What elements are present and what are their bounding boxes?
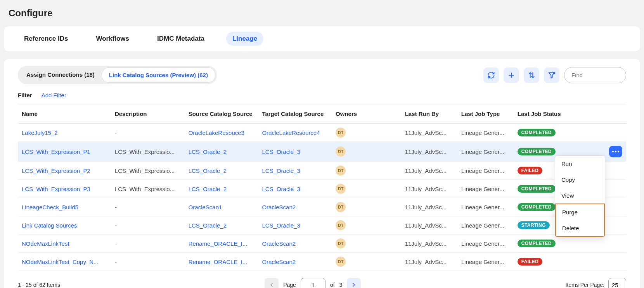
tab-reference-ids[interactable]: Reference IDs — [18, 32, 74, 46]
row-description: - — [111, 253, 185, 271]
filter-icon[interactable] — [544, 67, 559, 83]
owner-avatar: DT — [336, 184, 346, 194]
row-source-link[interactable]: LCS_Oracle_2 — [189, 148, 227, 155]
row-last-run-by: 11July_AdvSc... — [401, 162, 457, 180]
filter-label: Filter — [18, 92, 32, 98]
owner-avatar: DT — [336, 257, 346, 267]
row-actions-button[interactable] — [609, 146, 622, 157]
tab-idmc-metadata[interactable]: IDMC Metadata — [151, 32, 211, 46]
row-name-link[interactable]: LakeJuly15_2 — [22, 129, 58, 136]
owner-avatar: DT — [336, 238, 346, 248]
owner-avatar: DT — [336, 166, 346, 176]
items-per-page-select[interactable] — [608, 278, 626, 288]
of-label: of — [330, 282, 335, 288]
subtab-link-catalog-sources[interactable]: Link Catalog Sources (Preview) (62) — [102, 67, 215, 83]
row-target-link[interactable]: LCS_Oracle_3 — [262, 167, 300, 174]
prev-page-button[interactable] — [265, 278, 279, 288]
table-row[interactable]: NOdeMaxLinkTest-Rename_ORACLE_I...Oracle… — [18, 235, 626, 253]
owner-avatar: DT — [336, 220, 346, 230]
row-name-link[interactable]: LineageCheck_Build5 — [22, 204, 78, 210]
row-source-link[interactable]: Rename_ORACLE_I... — [189, 240, 248, 247]
total-pages: 3 — [339, 282, 343, 288]
row-source-link[interactable]: Rename_ORACLE_I... — [189, 259, 248, 265]
sort-icon[interactable] — [524, 67, 539, 83]
refresh-icon[interactable] — [483, 67, 499, 83]
row-source-link[interactable]: OracleLakeResouce3 — [189, 129, 244, 136]
col-source[interactable]: Source Catalog Source — [185, 104, 258, 124]
table-row[interactable]: NOdeMaxLinkTest_Copy_N...-Rename_ORACLE_… — [18, 253, 626, 271]
data-table-wrap: Name Description Source Catalog Source T… — [18, 104, 626, 271]
next-page-button[interactable] — [347, 278, 361, 288]
menu-view[interactable]: View — [555, 188, 605, 203]
main-panel: Assign Connections (18) Link Catalog Sou… — [4, 59, 640, 288]
pager-summary: 1 - 25 of 62 Items — [18, 282, 60, 288]
status-badge: STARTING — [518, 221, 550, 229]
col-owners[interactable]: Owners — [332, 104, 401, 124]
row-name-link[interactable]: LCS_With_Expression_P2 — [22, 167, 90, 174]
menu-run[interactable]: Run — [555, 156, 605, 172]
row-target-link[interactable]: LCS_Oracle_3 — [262, 186, 300, 192]
row-name-link[interactable]: NOdeMaxLinkTest_Copy_N... — [22, 259, 99, 265]
menu-delete[interactable]: Delete — [556, 220, 604, 236]
row-description: - — [111, 124, 185, 142]
row-target-link[interactable]: OracleScan2 — [262, 204, 296, 210]
row-source-link[interactable]: LCS_Oracle_2 — [189, 222, 227, 229]
row-context-menu: Run Copy View Purge Delete — [555, 155, 605, 237]
row-target-link[interactable]: LCS_Oracle_3 — [262, 148, 300, 155]
row-last-run-by: 11July_AdvSc... — [401, 124, 457, 142]
col-last-job-type[interactable]: Last Job Type — [457, 104, 514, 124]
col-target[interactable]: Target Catalog Source — [258, 104, 332, 124]
status-badge: FAILED — [518, 167, 542, 174]
add-filter-button[interactable]: Add Filter — [42, 92, 66, 98]
status-badge: COMPLETED — [518, 203, 556, 211]
status-badge: COMPLETED — [518, 148, 556, 155]
menu-purge[interactable]: Purge — [556, 204, 604, 220]
row-source-link[interactable]: OracleScan1 — [189, 204, 222, 210]
row-description: LCS_With_Expressio... — [111, 162, 185, 180]
table-row[interactable]: LakeJuly15_2-OracleLakeResouce3OracleLak… — [18, 124, 626, 142]
data-table: Name Description Source Catalog Source T… — [18, 104, 626, 271]
subtab-assign-connections[interactable]: Assign Connections (18) — [19, 67, 102, 83]
row-target-link[interactable]: OracleScan2 — [262, 240, 296, 247]
row-last-job-type: Lineage Gener... — [457, 198, 514, 216]
row-name-link[interactable]: NOdeMaxLinkTest — [22, 240, 69, 247]
owner-avatar: DT — [336, 147, 346, 157]
table-row[interactable]: LCS_With_Expression_P1LCS_With_Expressio… — [18, 142, 626, 162]
pager: 1 - 25 of 62 Items Page of 3 Items Per P… — [18, 278, 626, 288]
table-row[interactable]: Link Catalog Sources-LCS_Oracle_2LCS_Ora… — [18, 216, 626, 235]
table-row[interactable]: LCS_With_Expression_P3LCS_With_Expressio… — [18, 180, 626, 198]
row-last-run-by: 11July_AdvSc... — [401, 253, 457, 271]
row-target-link[interactable]: LCS_Oracle_3 — [262, 222, 300, 229]
owner-avatar: DT — [336, 202, 346, 212]
row-description: LCS_With_Expressio... — [111, 142, 185, 162]
row-last-job-type: Lineage Gener... — [457, 216, 514, 235]
row-name-link[interactable]: LCS_With_Expression_P1 — [22, 148, 90, 155]
tab-workflows[interactable]: Workflows — [90, 32, 135, 46]
row-source-link[interactable]: LCS_Oracle_2 — [189, 167, 227, 174]
col-last-job-status[interactable]: Last Job Status — [514, 104, 600, 124]
status-badge: COMPLETED — [518, 129, 556, 136]
row-last-run-by: 11July_AdvSc... — [401, 235, 457, 253]
col-last-run-by[interactable]: Last Run By — [401, 104, 457, 124]
tab-lineage[interactable]: Lineage — [226, 32, 263, 46]
row-last-job-type: Lineage Gener... — [457, 235, 514, 253]
row-target-link[interactable]: OracleLakeResource4 — [262, 129, 320, 136]
page-input[interactable] — [301, 278, 325, 288]
menu-copy[interactable]: Copy — [555, 172, 605, 188]
row-target-link[interactable]: OracleScan2 — [262, 259, 296, 265]
row-last-run-by: 11July_AdvSc... — [401, 142, 457, 162]
toolbar-actions — [483, 67, 626, 83]
table-row[interactable]: LineageCheck_Build5-OracleScan1OracleSca… — [18, 198, 626, 216]
row-name-link[interactable]: LCS_With_Expression_P3 — [22, 186, 90, 192]
row-last-run-by: 11July_AdvSc... — [401, 180, 457, 198]
search-input[interactable] — [564, 67, 626, 83]
row-source-link[interactable]: LCS_Oracle_2 — [189, 186, 227, 192]
col-description[interactable]: Description — [111, 104, 185, 124]
row-last-run-by: 11July_AdvSc... — [401, 198, 457, 216]
subtabs: Assign Connections (18) Link Catalog Sou… — [18, 66, 217, 84]
toolbar: Assign Connections (18) Link Catalog Sou… — [18, 66, 626, 84]
col-name[interactable]: Name — [18, 104, 111, 124]
add-icon[interactable] — [504, 67, 519, 83]
table-row[interactable]: LCS_With_Expression_P2LCS_With_Expressio… — [18, 162, 626, 180]
row-name-link[interactable]: Link Catalog Sources — [22, 222, 77, 229]
